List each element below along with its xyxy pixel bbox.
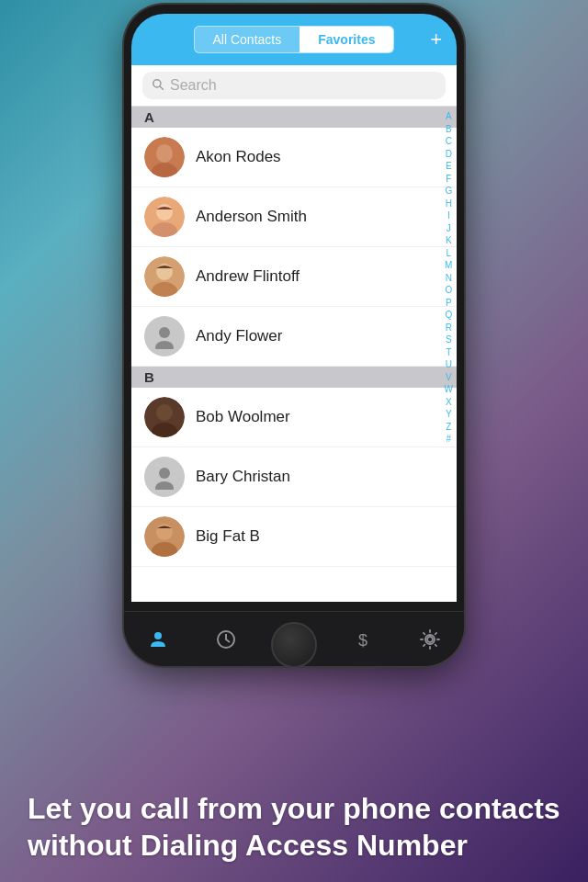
svg-point-22 [154,632,162,639]
tab-favorites[interactable]: Favorites [300,27,393,52]
contact-name: Big Fat B [196,527,260,546]
svg-point-7 [156,204,173,220]
alpha-N[interactable]: N [446,272,452,285]
alpha-M[interactable]: M [445,259,452,272]
contact-name: Bary Christan [196,468,290,486]
contact-name: Andrew Flintoff [196,267,300,286]
avatar-placeholder [144,316,185,356]
alpha-X[interactable]: X [446,396,452,409]
svg-point-35 [427,637,433,642]
svg-point-12 [159,327,170,338]
alpha-hash[interactable]: # [446,433,451,446]
alpha-H[interactable]: H [446,198,452,210]
alpha-C[interactable]: C [446,135,452,148]
alpha-G[interactable]: G [445,185,452,198]
contact-row[interactable]: Bary Christan [131,447,457,507]
search-placeholder-text: Search [170,77,217,94]
svg-text:$: $ [358,631,368,650]
contact-name: Andy Flower [196,327,282,345]
contact-row[interactable]: Anderson Smith [131,187,457,247]
tab-contacts[interactable] [147,628,169,650]
alpha-B[interactable]: B [446,123,452,136]
svg-point-17 [159,468,170,479]
alpha-I[interactable]: I [447,209,450,222]
tab-all-contacts[interactable]: All Contacts [195,27,300,52]
svg-line-1 [160,86,164,90]
svg-point-18 [155,481,174,490]
alphabet-index: A B C D E F G H I J K L M N O P Q R S T [445,107,453,446]
add-contact-button[interactable]: + [430,28,442,51]
contact-name: Bob Woolmer [196,408,290,426]
top-bar: All Contacts Favorites + [131,14,457,65]
avatar [144,197,185,237]
contact-row[interactable]: Bob Woolmer [131,388,457,447]
contact-name: Anderson Smith [196,208,307,226]
alpha-K[interactable]: K [446,234,452,247]
alpha-V[interactable]: V [446,371,452,384]
alpha-Y[interactable]: Y [446,408,452,421]
alpha-Z[interactable]: Z [446,421,451,434]
avatar-placeholder [144,457,185,497]
alpha-W[interactable]: W [445,383,453,396]
search-bar: Search [131,65,457,107]
contact-list: A Akon Rodes [131,107,457,602]
alpha-R[interactable]: R [446,322,452,334]
tab-group: All Contacts Favorites [194,26,395,53]
contact-row[interactable]: Big Fat B [131,507,457,567]
alpha-S[interactable]: S [446,334,452,346]
alpha-F[interactable]: F [446,173,451,186]
tab-settings[interactable] [419,628,441,650]
contact-name: Akon Rodes [196,148,281,166]
contact-row[interactable]: Andrew Flintoff [131,247,457,307]
section-header-a: A [131,107,457,128]
alpha-E[interactable]: E [446,160,452,173]
promo-text: Let you call from your phone contacts wi… [28,790,560,864]
svg-point-13 [155,341,174,349]
section-header-b: B [131,367,457,388]
alpha-P[interactable]: P [446,297,452,310]
search-input-wrap[interactable]: Search [142,72,446,99]
contact-row[interactable]: Akon Rodes [131,128,457,187]
avatar [144,516,185,557]
alpha-A[interactable]: A [446,110,452,123]
alpha-U[interactable]: U [446,358,452,371]
home-button[interactable] [271,622,317,666]
contact-row[interactable]: Andy Flower [131,307,457,367]
alpha-D[interactable]: D [446,148,452,161]
alpha-L[interactable]: L [446,247,451,260]
avatar [144,397,185,437]
search-icon [152,78,164,94]
phone-shell: All Contacts Favorites + Search A [124,5,464,666]
alpha-Q[interactable]: Q [445,309,452,322]
alpha-T[interactable]: T [446,346,451,359]
svg-point-5 [157,145,172,160]
tab-dollar[interactable]: $ [351,628,373,650]
svg-point-15 [156,404,173,421]
avatar [144,137,185,177]
svg-point-0 [153,79,161,86]
tab-recents[interactable] [215,628,237,650]
avatar [144,256,185,297]
screen-content: All Contacts Favorites + Search A [131,14,457,602]
alpha-O[interactable]: O [445,284,452,297]
alpha-J[interactable]: J [447,222,451,235]
